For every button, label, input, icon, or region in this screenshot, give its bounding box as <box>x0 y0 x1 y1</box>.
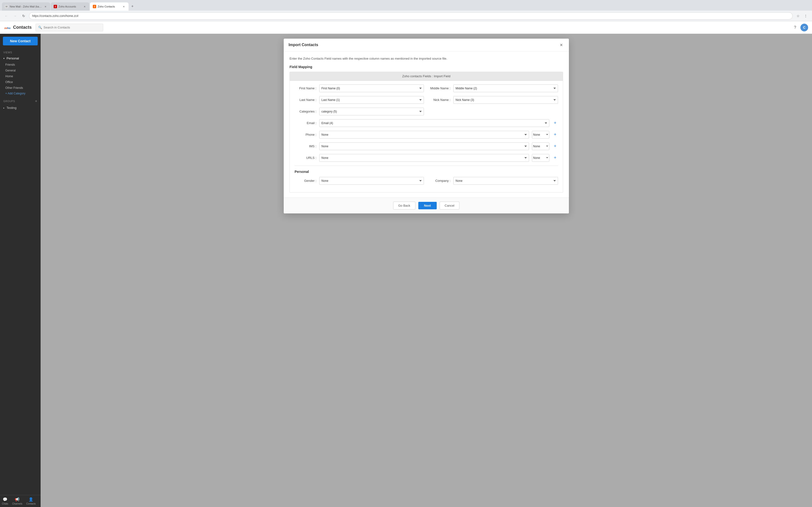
cancel-button[interactable]: Cancel <box>440 202 459 210</box>
dialog-title: Import Contacts <box>289 43 318 47</box>
go-back-button[interactable]: Go Back <box>393 202 415 210</box>
svg-text:ho: ho <box>7 26 11 30</box>
tab-label-accounts: Zoho Accounts <box>58 5 81 8</box>
main-content: New Contact VIEWS ▾ Personal Friends Gen… <box>0 34 812 507</box>
mapping-row-categories: Categories : category (5) <box>295 108 558 115</box>
groups-add-icon[interactable]: + <box>35 99 37 103</box>
middle-name-select[interactable]: Middle Name (2) <box>453 84 558 92</box>
company-label: Company : <box>429 179 451 182</box>
tab-close-mail[interactable]: ✕ <box>44 5 47 8</box>
sidebar-item-personal[interactable]: ▾ Personal <box>0 55 41 62</box>
content-area: Import Contacts ✕ Enter the Zoho Contact… <box>41 34 812 507</box>
browser-tab-contacts[interactable]: Z Zoho Contacts ✕ <box>90 2 129 11</box>
app-header: zo ho Contacts 🔍 ? C <box>0 21 812 34</box>
nick-name-label: Nick Name : <box>429 98 451 102</box>
email-select[interactable]: Email (4) <box>319 119 549 127</box>
forward-button[interactable]: → <box>12 12 18 19</box>
gender-label: Gender : <box>295 179 316 182</box>
add-category-button[interactable]: + Add Category <box>0 91 41 96</box>
next-button[interactable]: Next <box>418 202 437 209</box>
contacts-nav-item[interactable]: 👤 Contacts <box>24 495 38 507</box>
zoho-logo-icon: zo ho <box>4 24 12 32</box>
urls-select-sub[interactable]: None <box>532 154 549 162</box>
testing-label: Testing <box>6 106 16 110</box>
sidebar-item-testing[interactable]: ▸ Testing <box>0 104 41 111</box>
email-add-button[interactable]: + <box>552 120 558 126</box>
tab-close-contacts[interactable]: ✕ <box>122 5 126 8</box>
phone-row: Phone : None None + <box>295 131 558 138</box>
gender-select[interactable]: None <box>319 177 424 185</box>
toolbar-icons: ☆ ⋮ <box>795 12 809 19</box>
import-contacts-dialog: Import Contacts ✕ Enter the Zoho Contact… <box>284 39 569 213</box>
views-label: VIEWS <box>0 50 41 55</box>
ims-label: IMS : <box>295 145 316 148</box>
urls-label: URLS : <box>295 156 316 160</box>
mapping-table: Zoho contacts Fields : Import Field Firs… <box>290 72 563 193</box>
email-row: Email : Email (4) + <box>295 119 558 127</box>
browser-tabs: M New Mail - Zoho Mail (kamara... ✕ Z Zo… <box>0 0 812 11</box>
phone-select-main[interactable]: None <box>319 131 529 138</box>
chats-nav-item[interactable]: 💬 Chats <box>0 495 10 507</box>
dialog-footer: Go Back Next Cancel <box>284 198 569 213</box>
middle-name-row: Middle Name : Middle Name (2) <box>429 84 558 92</box>
user-avatar[interactable]: C <box>800 24 808 32</box>
bookmark-icon[interactable]: ☆ <box>795 12 801 19</box>
header-icons: ? C <box>792 24 808 32</box>
nick-name-row: Nick Name : Nick Name (3) <box>429 96 558 104</box>
mapping-row-gender-company: Gender : None Company : None <box>295 177 558 185</box>
tab-label-contacts: Zoho Contacts <box>98 5 120 8</box>
address-bar[interactable]: https://contacts.zoho.com/home.zc# <box>29 12 793 19</box>
search-icon: 🔍 <box>38 25 42 29</box>
ims-select-main[interactable]: None <box>319 143 529 150</box>
sidebar-item-general[interactable]: General <box>0 68 41 73</box>
search-input[interactable] <box>44 25 92 29</box>
help-icon[interactable]: ? <box>792 24 799 31</box>
sidebar-item-home[interactable]: Home <box>0 73 41 79</box>
mapping-row-email: Email : Email (4) + <box>295 119 558 127</box>
contacts-nav-label: Contacts <box>26 502 36 505</box>
first-name-label: First Name : <box>295 87 316 90</box>
menu-icon[interactable]: ⋮ <box>802 12 809 19</box>
first-name-select[interactable]: First Name (0) <box>319 84 424 92</box>
sidebar-item-friends[interactable]: Friends <box>0 62 41 68</box>
urls-select-main[interactable]: None <box>319 154 529 162</box>
mapping-row-lastname-nickname: Last Name : Last Name (1) Nick Name : <box>295 96 558 104</box>
email-label: Email : <box>295 121 316 125</box>
browser-chrome: M New Mail - Zoho Mail (kamara... ✕ Z Zo… <box>0 0 812 21</box>
categories-select[interactable]: category (5) <box>319 108 424 115</box>
groups-section-header: GROUPS + <box>0 98 41 104</box>
last-name-row: Last Name : Last Name (1) <box>295 96 424 104</box>
reload-button[interactable]: ↻ <box>20 12 27 19</box>
nick-name-select[interactable]: Nick Name (3) <box>453 96 558 104</box>
personal-section-title: Personal <box>295 170 558 174</box>
chats-icon: 💬 <box>3 497 7 502</box>
dialog-overlay: Import Contacts ✕ Enter the Zoho Contact… <box>41 34 812 507</box>
categories-row: Categories : category (5) <box>295 108 424 115</box>
tab-label-mail: New Mail - Zoho Mail (kamara... <box>10 5 42 8</box>
search-box[interactable]: 🔍 <box>36 24 103 32</box>
browser-tab-mail[interactable]: M New Mail - Zoho Mail (kamara... ✕ <box>2 2 50 11</box>
company-select[interactable]: None <box>453 177 558 185</box>
dialog-body: Enter the Zoho Contacts Field names with… <box>284 51 569 198</box>
last-name-select[interactable]: Last Name (1) <box>319 96 424 104</box>
sidebar: New Contact VIEWS ▾ Personal Friends Gen… <box>0 34 41 507</box>
contacts-icon: 👤 <box>29 497 33 502</box>
mapping-row-urls: URLS : None None + <box>295 154 558 162</box>
new-contact-button[interactable]: New Contact <box>3 37 38 45</box>
mapping-row-ims: IMS : None None + <box>295 143 558 150</box>
phone-add-button[interactable]: + <box>552 132 558 137</box>
sidebar-item-office[interactable]: Office <box>0 79 41 85</box>
browser-tab-accounts[interactable]: Z Zoho Accounts ✕ <box>51 2 89 11</box>
urls-add-button[interactable]: + <box>552 155 558 161</box>
dialog-description: Enter the Zoho Contacts Field names with… <box>290 56 563 61</box>
ims-select-sub[interactable]: None <box>532 143 549 150</box>
tab-close-accounts[interactable]: ✕ <box>83 5 87 8</box>
phone-select-sub[interactable]: None <box>532 131 549 138</box>
channels-nav-item[interactable]: 📢 Channels <box>10 495 24 507</box>
back-button[interactable]: ← <box>3 12 10 19</box>
chats-nav-label: Chats <box>2 502 8 505</box>
new-tab-button[interactable]: + <box>129 3 136 10</box>
ims-add-button[interactable]: + <box>552 144 558 149</box>
dialog-close-button[interactable]: ✕ <box>558 42 564 48</box>
sidebar-item-other-friends[interactable]: Other Friends <box>0 85 41 91</box>
